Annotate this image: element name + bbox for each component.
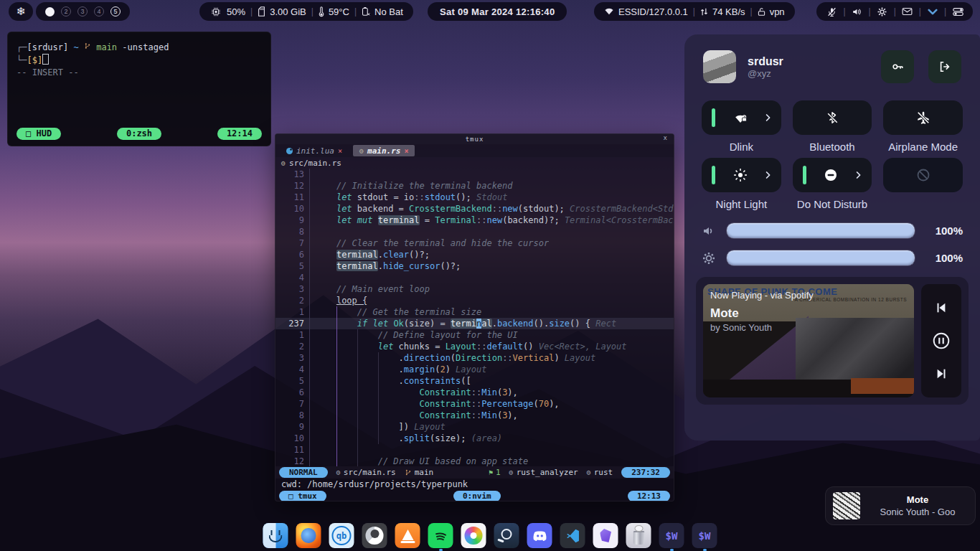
toggle-airplane-mode[interactable] — [883, 100, 963, 135]
previous-track-button[interactable] — [935, 301, 948, 314]
workspace-2[interactable]: 2 — [61, 6, 71, 17]
slider-track[interactable] — [726, 222, 915, 239]
toggle-cell: Airplane Mode — [883, 100, 963, 158]
code-area[interactable]: 1312 // Initialize the terminal backend1… — [275, 169, 674, 466]
next-track-button[interactable] — [935, 367, 948, 380]
chevron-right-icon[interactable] — [856, 171, 862, 179]
toggle-dlink[interactable] — [702, 100, 781, 135]
dock-item-discord[interactable] — [527, 523, 552, 548]
dock-item-steam[interactable] — [494, 523, 519, 548]
prompt-path: ~ — [73, 42, 78, 52]
temp-value: 59°C — [329, 6, 349, 17]
line-number: 10 — [275, 203, 310, 215]
workspace-4[interactable]: 4 — [94, 6, 104, 17]
nix-logo-icon[interactable]: ❄ — [9, 2, 33, 21]
workspace-3[interactable]: 3 — [77, 6, 88, 17]
toggle-bluetooth[interactable] — [793, 100, 872, 135]
toggle-cell: Do Not Disturb — [793, 158, 872, 215]
git-branch-icon — [84, 42, 91, 50]
dock-item-firefox[interactable] — [296, 523, 321, 548]
logout-icon — [938, 60, 951, 73]
dock-item-finder[interactable] — [263, 523, 288, 548]
slider-track[interactable] — [726, 250, 915, 266]
settings-gear-icon[interactable] — [876, 6, 889, 17]
toggle-disabled — [883, 158, 963, 192]
code-line: 1 // Define layout for the UI — [275, 329, 674, 341]
toggle-label: Airplane Mode — [883, 135, 963, 158]
separator: | — [944, 6, 946, 17]
tmux-session-pill[interactable]: □ HUD — [17, 128, 61, 140]
rust-file-icon: ⚙ — [359, 147, 364, 155]
dock-item-photos[interactable] — [461, 523, 486, 548]
dock-item-obs[interactable] — [362, 523, 387, 548]
line-number: 4 — [275, 364, 310, 375]
album-art[interactable]: SHAPE OF PUNK TO COME A CHIMERICAL BOMBI… — [703, 284, 914, 397]
code-line: 5 terminal.hide_cursor()?; — [275, 260, 674, 272]
dock-item-spotify[interactable] — [428, 523, 453, 548]
line-number: 6 — [275, 387, 310, 398]
chevron-right-icon[interactable] — [765, 113, 771, 122]
notification-album-art — [833, 492, 860, 519]
line-number: 7 — [275, 398, 310, 410]
workspace-switcher[interactable]: 2345 — [36, 2, 130, 21]
mic-muted-icon[interactable] — [825, 6, 838, 17]
code-line: 10 let backend = CrosstermBackend::new(s… — [275, 203, 674, 215]
media-controls — [921, 284, 961, 397]
network-status[interactable]: ESSID/127.0.0.1 | 74 KB/s | vpn — [594, 2, 795, 21]
workspace-1[interactable] — [45, 7, 55, 17]
dock-item-script-w1[interactable]: $W — [659, 523, 684, 548]
editor-window[interactable]: tmux x init.lua × ⚙ main.rs × ⚙ src/main… — [275, 133, 674, 501]
dock-item-obsidian[interactable] — [593, 523, 618, 548]
active-indicator — [803, 166, 806, 184]
wifi-stat: ESSID/127.0.0.1 — [604, 6, 688, 17]
line-number: 2 — [275, 295, 310, 306]
window-titlebar[interactable]: tmux x — [275, 134, 674, 144]
tab-close-icon[interactable]: × — [404, 147, 408, 155]
skip-forward-icon — [935, 367, 948, 380]
now-playing-texts: Now Playing - via Spotify Mote by Sonic … — [710, 290, 908, 333]
tab-main-rs[interactable]: ⚙ main.rs × — [353, 145, 415, 156]
chevron-right-icon[interactable] — [765, 171, 771, 179]
wifi-lock-icon — [732, 111, 748, 125]
dock-item-vscode[interactable] — [560, 523, 585, 548]
logout-button[interactable] — [928, 50, 961, 83]
tab-close-icon[interactable]: × — [338, 147, 342, 155]
terminal-window[interactable]: ┌─[srdusr] ~ main -unstaged └─[$] -- INS… — [7, 32, 271, 146]
dock-item-script-w2[interactable]: $W — [692, 523, 717, 548]
dock-item-trash[interactable] — [626, 523, 651, 548]
dock-item-vlc[interactable] — [395, 523, 420, 548]
notification-texts: Mote Sonic Youth - Goo — [867, 494, 968, 517]
clock[interactable]: Sat 09 Mar 2024 12:16:40 — [428, 2, 567, 21]
pause-button[interactable] — [932, 331, 951, 350]
system-tray: | | | | | — [816, 2, 973, 21]
tab-init-lua[interactable]: init.lua × — [280, 145, 349, 156]
tmux-session-pill[interactable]: □ tmux — [279, 491, 326, 501]
keyring-button[interactable] — [881, 50, 914, 83]
line-number: 7 — [275, 237, 310, 249]
dock-item-qutebrowser[interactable]: qb — [329, 523, 354, 548]
tmux-window-pill[interactable]: 0:zsh — [117, 128, 161, 140]
active-indicator — [712, 166, 715, 184]
separator: | — [354, 6, 357, 17]
volume-icon[interactable] — [851, 6, 864, 17]
toggle-do-not-disturb[interactable] — [793, 158, 872, 192]
workspace-5[interactable]: 5 — [110, 6, 121, 17]
editor-tmux-bar: □ tmux 0:nvim 12:13 — [275, 490, 674, 501]
code-line: 9 ]) Layout — [275, 421, 674, 433]
panel-header: srdusr @xyz — [684, 34, 980, 93]
cpu-value: 50% — [227, 6, 245, 17]
chevron-down-icon[interactable] — [926, 9, 939, 15]
toggles-icon[interactable] — [951, 7, 964, 17]
notification-toast[interactable]: Mote Sonic Youth - Goo — [825, 486, 976, 525]
avatar — [703, 50, 736, 83]
editor-statusline: NORMAL ⚙src/main.rs main ⚑1 ⚙rust_analyz… — [275, 466, 674, 479]
tmux-window-pill[interactable]: 0:nvim — [453, 491, 501, 501]
separator: | — [750, 6, 753, 17]
lua-file-icon — [286, 148, 293, 154]
toggle-night-light[interactable] — [702, 158, 781, 192]
mail-icon[interactable] — [901, 7, 914, 16]
separator: | — [311, 6, 314, 17]
airplane-off-icon — [916, 110, 930, 125]
git-branch-icon — [405, 468, 412, 476]
close-button[interactable]: x — [664, 134, 668, 141]
